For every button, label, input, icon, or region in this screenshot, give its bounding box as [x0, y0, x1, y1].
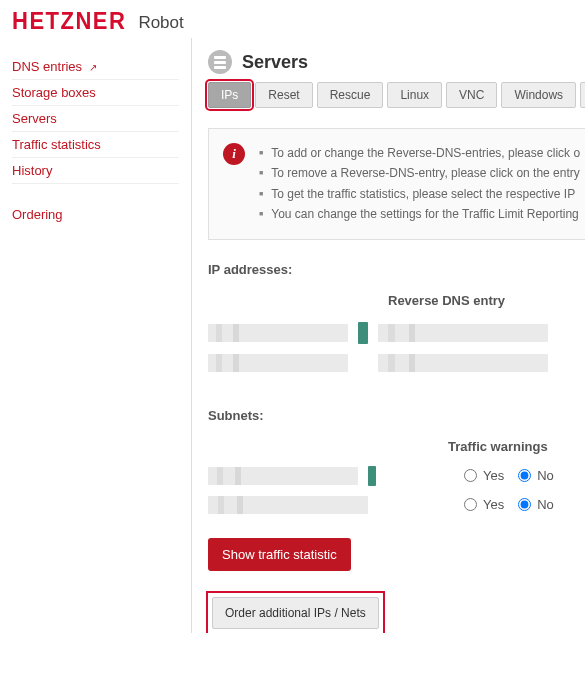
- servers-icon: [208, 50, 232, 74]
- sidebar-item-servers[interactable]: Servers: [12, 106, 179, 132]
- sidebar-item-dns[interactable]: DNS entries: [12, 54, 179, 80]
- radio-yes[interactable]: [464, 498, 477, 511]
- ip-row[interactable]: [208, 322, 585, 344]
- tab-windows[interactable]: Windows: [501, 82, 576, 108]
- sidebar-item-traffic[interactable]: Traffic statistics: [12, 132, 179, 158]
- tab-cpan[interactable]: cPan: [580, 82, 585, 108]
- radio-yes-label: Yes: [483, 497, 504, 512]
- subnets-section: Subnets: Traffic warnings Yes No: [208, 408, 585, 514]
- info-item: To get the traffic statistics, please se…: [259, 184, 580, 204]
- ip-address-obscured: [208, 354, 348, 372]
- nav-primary: DNS entries Storage boxes Servers Traffi…: [12, 54, 179, 184]
- app-name: Robot: [138, 13, 183, 33]
- sidebar: DNS entries Storage boxes Servers Traffi…: [0, 38, 192, 633]
- rdns-entry-obscured: [378, 354, 548, 372]
- subnet-obscured: [208, 496, 368, 514]
- order-ips-button[interactable]: Order additional IPs / Nets: [212, 597, 379, 629]
- tab-ips[interactable]: IPs: [208, 82, 251, 108]
- section-label-ip: IP addresses:: [208, 262, 585, 277]
- radio-yes-label: Yes: [483, 468, 504, 483]
- sidebar-item-storage[interactable]: Storage boxes: [12, 80, 179, 106]
- tab-reset[interactable]: Reset: [255, 82, 312, 108]
- sidebar-item-label: DNS entries: [12, 59, 82, 74]
- subnet-obscured: [208, 467, 358, 485]
- radio-no-label: No: [537, 468, 554, 483]
- subnet-row: Yes No: [208, 496, 585, 514]
- page-title: Servers: [242, 52, 308, 73]
- ip-row[interactable]: [208, 354, 585, 372]
- order-highlight: Order additional IPs / Nets: [208, 593, 383, 633]
- info-list: To add or change the Reverse-DNS-entries…: [259, 143, 580, 225]
- column-header-rdns: Reverse DNS entry: [388, 293, 585, 308]
- info-box: i To add or change the Reverse-DNS-entri…: [208, 128, 585, 240]
- status-icon: [358, 322, 368, 344]
- header: HETZNER Robot: [0, 0, 585, 38]
- column-header-traffic: Traffic warnings: [448, 439, 548, 454]
- radio-no-label: No: [537, 497, 554, 512]
- ip-addresses-section: IP addresses: Reverse DNS entry: [208, 262, 585, 372]
- rdns-entry-obscured: [378, 324, 548, 342]
- traffic-warning-radios: Yes No: [458, 468, 558, 483]
- tab-vnc[interactable]: VNC: [446, 82, 497, 108]
- tab-rescue[interactable]: Rescue: [317, 82, 384, 108]
- main: Servers IPs Reset Rescue Linux VNC Windo…: [192, 38, 585, 633]
- info-item: To remove a Reverse-DNS-entry, please cl…: [259, 163, 580, 183]
- radio-no[interactable]: [518, 469, 531, 482]
- radio-yes[interactable]: [464, 469, 477, 482]
- nav-secondary: Ordering: [12, 202, 179, 227]
- info-item: You can change the settings for the Traf…: [259, 204, 580, 224]
- tab-linux[interactable]: Linux: [387, 82, 442, 108]
- status-icon: [368, 466, 376, 486]
- ip-address-obscured: [208, 324, 348, 342]
- info-item: To add or change the Reverse-DNS-entries…: [259, 143, 580, 163]
- radio-no[interactable]: [518, 498, 531, 511]
- logo: HETZNER: [12, 7, 126, 36]
- section-label-subnets: Subnets:: [208, 408, 585, 423]
- show-traffic-button[interactable]: Show traffic statistic: [208, 538, 351, 571]
- subnet-row: Yes No: [208, 466, 585, 486]
- sidebar-item-ordering[interactable]: Ordering: [12, 202, 179, 227]
- external-link-icon: [89, 59, 99, 69]
- sidebar-item-history[interactable]: History: [12, 158, 179, 184]
- page-title-row: Servers: [208, 50, 585, 74]
- info-icon: i: [223, 143, 245, 165]
- tabs: IPs Reset Rescue Linux VNC Windows cPan: [208, 82, 585, 108]
- traffic-warning-radios: Yes No: [458, 497, 558, 512]
